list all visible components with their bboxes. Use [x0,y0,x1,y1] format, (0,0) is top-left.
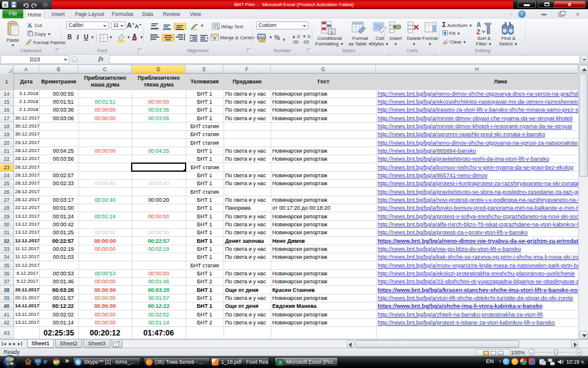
svg-text:S: S [330,30,333,34]
svg-text:Z: Z [477,29,480,36]
svg-text:X: X [4,2,7,8]
svg-text:A: A [477,21,481,28]
